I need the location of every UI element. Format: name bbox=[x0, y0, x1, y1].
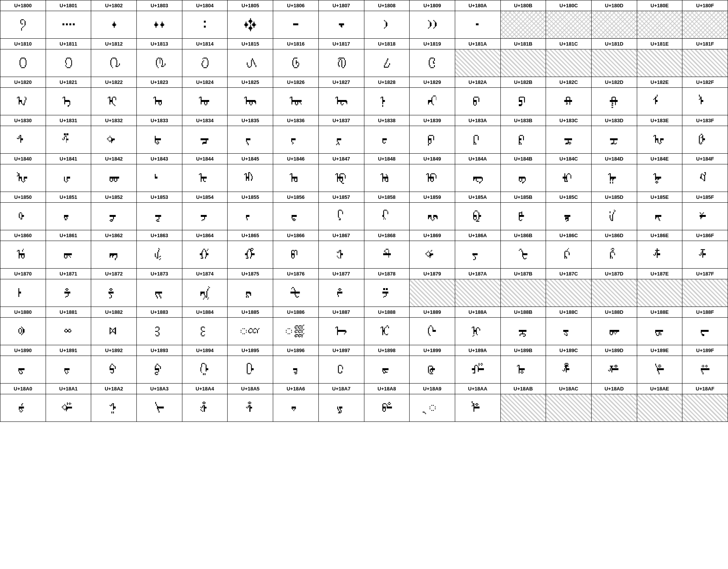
unicode-char-cell: ᠀ bbox=[0, 11, 46, 39]
unicode-char-cell: ᢉ bbox=[410, 318, 455, 345]
unicode-char-cell: ᢊ bbox=[455, 318, 500, 345]
unicode-char-cell: ᠷ bbox=[318, 126, 364, 154]
code-point-header: U+187D bbox=[591, 269, 637, 279]
code-point-header: U+181F bbox=[682, 39, 728, 49]
unicode-char-cell: ᡕ bbox=[228, 203, 273, 230]
unicode-char-cell bbox=[500, 49, 546, 77]
unicode-char-cell: ᡠ bbox=[0, 241, 46, 269]
unicode-char-cell bbox=[410, 279, 455, 307]
code-point-header: U+180E bbox=[637, 0, 682, 11]
unicode-char-cell: ᡆ bbox=[273, 164, 319, 192]
unicode-char-cell: ᠪ bbox=[455, 88, 500, 115]
code-point-header: U+1834 bbox=[182, 115, 228, 126]
unicode-char-cell: ᠃ bbox=[137, 11, 182, 39]
code-point-header: U+1811 bbox=[46, 39, 91, 49]
unicode-char-cell: ᢈ bbox=[364, 318, 410, 345]
unicode-char-cell bbox=[682, 394, 728, 422]
code-point-header: U+1867 bbox=[318, 230, 364, 241]
code-point-header: U+1822 bbox=[91, 77, 137, 88]
unicode-char-cell: ᠰ bbox=[0, 126, 46, 154]
code-point-header: U+1802 bbox=[91, 0, 137, 11]
code-point-header: U+182C bbox=[546, 77, 592, 88]
code-point-header: U+1814 bbox=[182, 39, 228, 49]
unicode-char-cell: ᢘ bbox=[364, 356, 410, 384]
code-point-header: U+185D bbox=[591, 192, 637, 203]
code-point-header: U+1861 bbox=[46, 230, 91, 241]
code-point-header: U+1821 bbox=[46, 77, 91, 88]
unicode-char-cell bbox=[500, 279, 546, 307]
code-point-header: U+184D bbox=[591, 154, 637, 164]
unicode-char-cell: ᢂ bbox=[91, 318, 137, 345]
unicode-char-cell: ᠊ bbox=[455, 11, 500, 39]
code-point-header: U+1810 bbox=[0, 39, 46, 49]
unicode-char-cell: ᠤ bbox=[182, 88, 228, 115]
unicode-char-cell: ᡉ bbox=[410, 164, 455, 192]
code-point-header: U+183D bbox=[591, 115, 637, 126]
unicode-char-cell: ᡯ bbox=[682, 241, 728, 269]
code-point-header: U+1816 bbox=[273, 39, 319, 49]
code-point-header: U+1856 bbox=[273, 192, 319, 203]
code-point-header: U+1803 bbox=[137, 0, 182, 11]
unicode-char-cell: ᠺ bbox=[455, 126, 500, 154]
unicode-char-cell: ᠲ bbox=[91, 126, 137, 154]
code-point-header: U+18AA bbox=[455, 384, 500, 394]
code-point-header: U+1882 bbox=[91, 307, 137, 318]
unicode-char-cell: ᡇ bbox=[318, 164, 364, 192]
code-point-header: U+1800 bbox=[0, 0, 46, 11]
code-point-header: U+186C bbox=[546, 230, 592, 241]
code-point-header: U+18A0 bbox=[0, 384, 46, 394]
unicode-char-cell: ᠘ bbox=[364, 49, 410, 77]
unicode-char-cell: ᢇ bbox=[318, 318, 364, 345]
unicode-char-cell: ᠣ bbox=[137, 88, 182, 115]
unicode-char-cell: ᡂ bbox=[91, 164, 137, 192]
unicode-char-cell: ᠉ bbox=[410, 11, 455, 39]
unicode-char-cell: ᠒ bbox=[91, 49, 137, 77]
unicode-char-cell: ᠥ bbox=[228, 88, 273, 115]
code-point-header: U+18A9 bbox=[410, 384, 455, 394]
unicode-char-cell: ᠾ bbox=[637, 126, 682, 154]
unicode-char-cell: ᢦ bbox=[273, 394, 319, 422]
code-point-header: U+1836 bbox=[273, 115, 319, 126]
code-point-header: U+1832 bbox=[91, 115, 137, 126]
code-point-header: U+18A1 bbox=[46, 384, 91, 394]
unicode-char-cell: ᠕ bbox=[228, 49, 273, 77]
code-point-header: U+187A bbox=[455, 269, 500, 279]
unicode-char-cell: ᡦ bbox=[273, 241, 319, 269]
unicode-char-cell: ᠵ bbox=[228, 126, 273, 154]
unicode-char-cell: ᡜ bbox=[546, 203, 592, 230]
code-point-header: U+1883 bbox=[137, 307, 182, 318]
unicode-char-cell bbox=[500, 394, 546, 422]
unicode-char-cell: ᡭ bbox=[591, 241, 637, 269]
code-point-header: U+180C bbox=[546, 0, 592, 11]
unicode-char-cell: ᠽ bbox=[591, 126, 637, 154]
unicode-char-cell: ᢃ bbox=[137, 318, 182, 345]
unicode-char-cell bbox=[455, 49, 500, 77]
unicode-char-cell: ᢁ bbox=[46, 318, 91, 345]
unicode-char-cell: ᡄ bbox=[182, 164, 228, 192]
code-point-header: U+188D bbox=[591, 307, 637, 318]
code-point-header: U+185C bbox=[546, 192, 592, 203]
unicode-char-cell: ᡃ bbox=[137, 164, 182, 192]
unicode-char-cell: ᠴ bbox=[182, 126, 228, 154]
code-point-header: U+186E bbox=[637, 230, 682, 241]
unicode-char-cell: ᠸ bbox=[364, 126, 410, 154]
code-point-header: U+1874 bbox=[182, 269, 228, 279]
unicode-char-cell: ᠿ bbox=[682, 126, 728, 154]
code-point-header: U+1829 bbox=[410, 77, 455, 88]
unicode-char-cell: ᠇ bbox=[318, 11, 364, 39]
unicode-char-cell: ᠶ bbox=[273, 126, 319, 154]
unicode-char-cell: ᠳ bbox=[137, 126, 182, 154]
code-point-header: U+1824 bbox=[182, 77, 228, 88]
code-point-header: U+183F bbox=[682, 115, 728, 126]
code-point-header: U+1807 bbox=[318, 0, 364, 11]
unicode-char-cell: ᡴ bbox=[182, 279, 228, 307]
unicode-char-cell bbox=[546, 49, 592, 77]
unicode-char-cell: ᡤ bbox=[182, 241, 228, 269]
unicode-char-cell: ᡐ bbox=[0, 203, 46, 230]
unicode-char-cell: ᡟ bbox=[682, 203, 728, 230]
unicode-char-cell: ᢪ bbox=[455, 394, 500, 422]
unicode-char-cell: ᢤ bbox=[182, 394, 228, 422]
code-point-header: U+1876 bbox=[273, 269, 319, 279]
unicode-char-cell: ᡁ bbox=[46, 164, 91, 192]
code-point-header: U+1892 bbox=[91, 345, 137, 356]
